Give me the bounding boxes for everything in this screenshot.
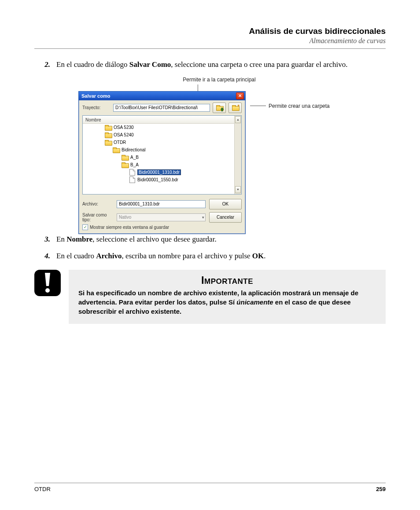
page-header-subtitle: Almacenamiento de curvas	[34, 37, 386, 45]
save-dialog-figure: Permite ir a la carpeta principal Permit…	[78, 77, 360, 220]
scroll-up-icon[interactable]: ▲	[235, 116, 241, 123]
file-name-label: Archivo:	[82, 202, 113, 206]
step-3-number: 3.	[34, 234, 56, 245]
page-header-title: Análisis de curvas bidireccionales	[34, 26, 386, 36]
folder-item[interactable]: A_B	[83, 154, 234, 161]
always-show-label: Mostrar siempre esta ventana al guardar	[90, 225, 169, 230]
important-text: Si ha especificado un nombre de archivo …	[78, 288, 376, 316]
callout-parent-folder: Permite ir a la carpeta principal	[78, 77, 360, 83]
dialog-title: Salvar como	[81, 93, 110, 99]
save-as-dialog: Salvar como ✕ Trayecto: D:\ToolBox\User …	[78, 91, 246, 234]
footer-page-number: 259	[376, 486, 386, 492]
folder-icon	[113, 147, 119, 152]
file-item[interactable]: Bidir00001_1550.bdr	[83, 176, 234, 183]
close-icon[interactable]: ✕	[236, 92, 244, 99]
folder-up-icon	[216, 105, 223, 110]
step-2: 2. En el cuadro de diálogo Salvar Como, …	[34, 59, 386, 70]
cancel-button[interactable]: Cancelar	[209, 212, 242, 223]
list-header-name[interactable]: Nombre	[83, 117, 234, 124]
callout-right-leader	[250, 106, 266, 106]
folder-icon	[122, 162, 128, 167]
file-item-selected[interactable]: Bidir00001_1310.bdr	[83, 169, 234, 176]
file-icon	[129, 169, 135, 176]
folder-item[interactable]: OTDR	[83, 139, 234, 146]
page-footer: OTDR 259	[34, 483, 386, 492]
folder-item[interactable]: Bidirectional	[83, 146, 234, 154]
new-folder-button[interactable]: ✶	[228, 103, 242, 113]
step-3: 3. En Nombre, seleccione el archivo que …	[34, 234, 386, 245]
step-3-text: En Nombre, seleccione el archivo que des…	[56, 234, 386, 245]
folder-icon	[122, 155, 128, 160]
parent-folder-button[interactable]	[213, 103, 226, 113]
footer-product: OTDR	[34, 486, 51, 492]
folder-icon	[105, 132, 111, 137]
folder-item[interactable]: OSA 5240	[83, 131, 234, 139]
folder-item[interactable]: B_A	[83, 161, 234, 169]
step-2-text: En el cuadro de diálogo Salvar Como, sel…	[56, 59, 386, 70]
file-icon	[129, 176, 135, 183]
step-4-text: En el cuadro Archivo, escriba un nombre …	[56, 251, 386, 262]
exclamation-icon	[34, 270, 61, 296]
header-rule	[34, 48, 386, 49]
always-show-checkbox[interactable]: ✓	[82, 224, 88, 230]
dialog-titlebar[interactable]: Salvar como ✕	[79, 92, 245, 100]
file-name-input[interactable]: Bidir00001_1310.bdr	[117, 200, 206, 208]
file-type-select[interactable]: Nativo	[117, 213, 206, 221]
folder-icon	[105, 140, 111, 145]
important-title: Importante	[78, 274, 376, 286]
step-2-number: 2.	[34, 59, 56, 70]
svg-point-0	[45, 288, 50, 293]
folder-icon	[105, 125, 111, 130]
path-label: Trayecto:	[82, 105, 111, 110]
path-input[interactable]: D:\ToolBox\User Files\OTDR\Bidirectional…	[113, 104, 210, 112]
ok-button[interactable]: OK	[209, 199, 242, 209]
callout-create-folder: Permite crear una carpeta	[250, 103, 330, 109]
folder-item[interactable]: OSA 5230	[83, 124, 234, 131]
file-type-label: Salvar como tipo:	[82, 213, 113, 222]
step-4-number: 4.	[34, 251, 56, 262]
scroll-down-icon[interactable]: ▼	[235, 186, 241, 193]
folder-new-icon: ✶	[232, 105, 239, 110]
step-4: 4. En el cuadro Archivo, escriba un nomb…	[34, 251, 386, 262]
important-note: Importante Si ha especificado un nombre …	[34, 270, 386, 324]
list-scrollbar[interactable]: ▲ ▼	[234, 116, 241, 194]
file-list[interactable]: Nombre OSA 5230 OSA 5240 OTDR Bidirectio…	[82, 115, 242, 194]
